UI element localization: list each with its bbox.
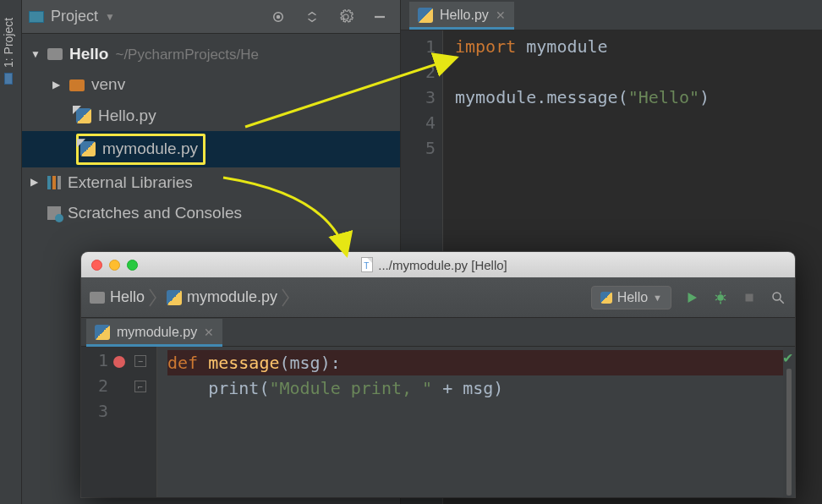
floating-editor-window: .../mymodule.py [Hello] Hello mymodule.p… [81,252,795,497]
crumb-file[interactable]: mymodule.py [167,288,277,306]
chevron-right-icon[interactable]: ▶ [52,77,63,93]
float-editor-gutter: 1 2 3 − ⌐ [81,347,157,497]
libraries-icon [47,176,61,189]
project-strip-icon [4,73,13,85]
python-file-icon [76,108,91,123]
svg-point-1 [277,15,280,18]
svg-point-2 [717,294,724,301]
tab-label: mymodule.py [117,325,197,340]
tree-item-mymodule-py[interactable]: mymodule.py [22,131,400,167]
python-file-icon [167,290,182,305]
window-titlebar[interactable]: .../mymodule.py [Hello] [81,252,795,277]
folder-icon [90,292,105,304]
folder-icon [47,48,63,60]
code-line[interactable] [455,110,822,135]
tab-label: Hello.py [440,8,489,23]
run-button[interactable] [683,289,700,306]
inspection-ok-icon[interactable]: ✔ [782,350,793,366]
run-configuration-selector[interactable]: Hello ▼ [591,286,671,310]
stop-button[interactable] [741,289,758,306]
line-number: 1 [401,34,436,59]
file-name: mymodule.py [102,136,198,162]
tree-item-scratches[interactable]: Scratches and Consoles [22,198,400,228]
search-icon[interactable] [770,289,786,306]
root-name: Hello [69,41,108,67]
locate-icon[interactable] [265,3,292,30]
file-name: External Libraries [68,170,193,195]
code-line[interactable]: def message(msg): [167,350,795,375]
svg-rect-3 [746,293,754,301]
zoom-window-icon[interactable] [127,260,138,271]
code-line[interactable]: import mymodule [455,34,822,59]
expand-all-icon[interactable] [299,3,326,30]
project-view-selector[interactable]: ▼ [105,11,115,23]
python-icon [600,292,612,304]
float-code-editor[interactable]: 1 2 3 − ⌐ def message(msg): print("Modul… [81,347,795,497]
file-icon [361,257,373,272]
tab-mymodule-py[interactable]: mymodule.py ✕ [86,319,222,346]
folder-icon [69,79,85,91]
close-icon[interactable]: ✕ [496,8,506,22]
tool-window-strip: 1: Project [0,0,22,504]
project-title: Project [51,8,98,25]
window-title-text: .../mymodule.py [Hello] [378,258,507,272]
chevron-down-icon: ▼ [653,293,662,303]
close-window-icon[interactable] [91,260,102,271]
chevron-right-icon[interactable]: ▶ [30,174,41,190]
close-icon[interactable]: ✕ [204,326,214,339]
file-name: venv [91,72,125,97]
debug-button[interactable] [712,289,729,306]
code-line[interactable] [167,401,795,426]
project-toolbar: Project ▼ [22,0,400,34]
scrollbar-track[interactable] [786,369,792,496]
project-strip-label: 1: Project [2,18,15,68]
float-editor-tabs: mymodule.py ✕ [81,318,795,347]
settings-icon[interactable] [332,3,359,30]
tree-item-external-libraries[interactable]: ▶ External Libraries [22,167,400,198]
fold-end-icon[interactable]: ⌐ [134,381,146,392]
line-number: 3 [81,401,108,426]
crumb-project[interactable]: Hello [90,288,145,306]
window-title: .../mymodule.py [Hello] [145,257,724,272]
code-line[interactable]: print("Module print, " + msg) [167,375,795,401]
code-line[interactable] [455,59,822,85]
crumb-label: Hello [110,288,145,306]
code-line[interactable]: mymodule.message("Hello") [455,85,822,110]
run-config-label: Hello [617,290,648,305]
scratch-icon [47,206,61,220]
breadcrumb-separator [148,285,163,310]
chevron-down-icon[interactable]: ▼ [30,47,41,63]
minimize-window-icon[interactable] [109,260,120,271]
crumb-label: mymodule.py [187,288,277,306]
window-controls [91,260,138,271]
line-number: 4 [401,110,436,135]
line-number: 2 [81,375,108,401]
line-number: 1 [81,350,108,375]
highlight-box: mymodule.py [76,134,206,164]
breadcrumb-separator [281,285,296,310]
project-view-icon [29,11,44,23]
breakpoint-icon[interactable] [113,356,125,368]
root-path: ~/PycharmProjects/He [115,43,259,66]
python-file-icon [418,8,433,23]
line-number: 2 [401,59,436,85]
navigation-bar: Hello mymodule.py Hello ▼ [81,277,795,318]
fold-icon[interactable]: − [134,355,146,367]
editor-tabs: Hello.py ✕ [401,0,822,30]
file-name: Scratches and Consoles [68,200,242,226]
svg-point-4 [773,293,781,300]
file-name: Hello.py [98,103,156,129]
code-line[interactable] [455,135,822,161]
project-tool-button[interactable]: 1: Project [2,18,15,85]
line-number: 3 [401,85,436,110]
line-number: 5 [401,135,436,161]
python-file-icon [80,141,96,156]
float-code-lines[interactable]: def message(msg): print("Module print, "… [157,347,795,497]
minimize-icon[interactable] [366,3,393,30]
tree-root[interactable]: ▼ Hello ~/PycharmProjects/He [22,39,400,69]
tree-item-hello-py[interactable]: Hello.py [22,101,400,131]
python-file-icon [95,325,110,340]
tab-hello-py[interactable]: Hello.py ✕ [409,2,514,29]
right-gutter [783,347,795,497]
tree-item-venv[interactable]: ▶ venv [22,69,400,100]
